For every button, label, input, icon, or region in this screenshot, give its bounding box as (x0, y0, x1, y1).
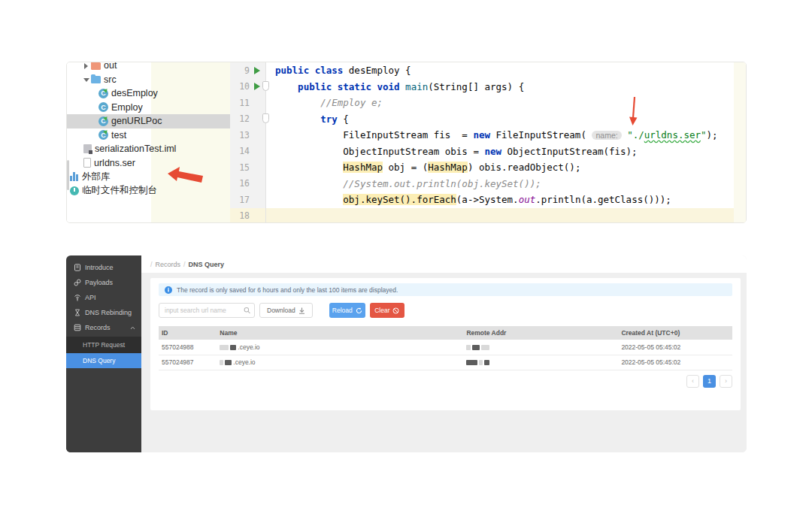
download-button[interactable]: Download (259, 303, 313, 318)
red-arrow-annotation-code (629, 95, 639, 127)
ceye-window: IntroducePayloadsAPIDNS RebindingRecords… (66, 255, 747, 452)
tree-item-genURLPoc[interactable]: CgenURLPoc (67, 114, 230, 128)
code-text: FileInputStream fis = new FileInputStrea… (266, 129, 718, 141)
gutter: 10 (230, 79, 266, 95)
code-line-13[interactable]: 13 FileInputStream fis = new FileInputSt… (230, 127, 746, 144)
line-number: 11 (230, 98, 250, 108)
controls-row: Download Reload (159, 303, 732, 318)
tree-item--[interactable]: 外部库 (67, 170, 230, 184)
api-icon (74, 294, 81, 301)
code-line-14[interactable]: 14 ObjectInputStream obis = new ObjectIn… (230, 144, 746, 160)
code-editor[interactable]: 9public class desEmploy {10 public stati… (230, 62, 746, 222)
code-line-18[interactable]: 18 (230, 208, 746, 223)
search-input[interactable] (165, 307, 244, 314)
line-number: 18 (230, 210, 250, 221)
runnable-class-icon: C (98, 130, 108, 140)
sidebar-item-api[interactable]: API (66, 290, 141, 305)
cell-created-at: 2022-05-05 05:45:02 (617, 355, 732, 370)
tree-scrollbar[interactable] (67, 160, 69, 190)
prev-page-button[interactable]: ‹ (686, 375, 699, 388)
tree-item-urldns-ser[interactable]: urldns.ser (67, 156, 230, 171)
gutter: 11 (230, 95, 266, 111)
code-text: ObjectInputStream obis = new ObjectInput… (266, 146, 638, 157)
sidebar-item-records[interactable]: Records (66, 320, 141, 335)
tree-item-label: urldns.ser (94, 158, 135, 168)
fold-marker-icon[interactable] (262, 81, 269, 91)
line-number: 14 (230, 146, 250, 156)
reload-button[interactable]: Reload (329, 303, 365, 318)
link-icon (74, 279, 81, 286)
line-number: 10 (230, 81, 250, 92)
search-box[interactable] (159, 303, 255, 318)
pagination: ‹ 1 › (159, 375, 732, 388)
tree-item-label: desEmploy (111, 88, 158, 98)
chevron-up-icon (130, 326, 135, 330)
current-page-button[interactable]: 1 (703, 375, 716, 388)
code-text: //System.out.println(obj.keySet()); (266, 178, 541, 189)
tree-item--[interactable]: 临时文件和控制台 (67, 184, 230, 198)
cell-name: .ceye.io (216, 355, 462, 370)
tree-item-src[interactable]: src (67, 73, 230, 87)
redacted-block (481, 345, 489, 350)
column-header-remote-addr: Remote Addr (462, 326, 617, 340)
breadcrumb-separator: / (183, 261, 186, 268)
code-line-9[interactable]: 9public class desEmploy { (230, 62, 746, 79)
code-line-12[interactable]: 12 try { (230, 111, 746, 128)
column-header-name: Name (216, 326, 462, 340)
tree-item-label: 外部库 (82, 171, 111, 183)
tree-item-Employ[interactable]: CEmploy (67, 101, 230, 115)
clear-icon (392, 307, 399, 314)
code-text: //Employ e; (266, 97, 383, 108)
sidebar-item-label: Records (85, 324, 111, 331)
sidebar-item-label: API (85, 294, 96, 301)
ide-window: outsrcCdesEmployCEmployCgenURLPocCtestse… (66, 62, 747, 223)
external-libraries-icon (70, 172, 79, 181)
tree-item-test[interactable]: Ctest (67, 128, 230, 143)
sidebar-item-payloads[interactable]: Payloads (66, 275, 141, 290)
redacted-block (225, 360, 232, 365)
file-icon (83, 158, 91, 168)
breadcrumb-item-dns-query[interactable]: DNS Query (189, 261, 225, 268)
tree-item-label: out (104, 62, 117, 71)
module-file-icon (83, 144, 92, 153)
line-number: 16 (230, 178, 250, 189)
sidebar-subitem-http-request[interactable]: HTTP Request (66, 337, 141, 353)
fold-marker-icon[interactable] (262, 113, 269, 123)
tree-item-desEmploy[interactable]: CdesEmploy (67, 86, 230, 101)
tree-item-out[interactable]: out (67, 62, 230, 73)
gutter: 12 (230, 111, 266, 128)
code-line-10[interactable]: 10 public static void main(String[] args… (230, 79, 746, 95)
sidebar-item-label: DNS Rebinding (85, 309, 132, 316)
line-number: 13 (230, 130, 250, 141)
sidebar-subitem-dns-query[interactable]: DNS Query (66, 353, 141, 368)
line-number: 15 (230, 162, 250, 173)
code-line-17[interactable]: 17 obj.keySet().forEach(a->System.out.pr… (230, 192, 746, 208)
gutter: 15 (230, 159, 266, 176)
code-line-11[interactable]: 11 //Employ e; (230, 95, 746, 111)
redacted-block (230, 345, 236, 350)
sidebar-item-label: Introduce (85, 264, 114, 271)
gutter: 17 (230, 192, 266, 208)
sidebar-item-introduce[interactable]: Introduce (66, 260, 141, 275)
code-line-15[interactable]: 15 HashMap obj = (HashMap) obis.readObje… (230, 159, 746, 176)
clear-button[interactable]: Clear (370, 303, 404, 318)
tree-item-label: src (104, 74, 117, 85)
breadcrumb: /Records/DNS Query (141, 255, 747, 273)
redacted-block (220, 345, 229, 350)
gutter: 9 (230, 62, 266, 79)
run-button-icon[interactable] (254, 67, 264, 74)
sidebar-item-dns-rebinding[interactable]: DNS Rebinding (66, 305, 141, 320)
tree-chevron-icon[interactable] (83, 63, 89, 68)
column-header-created-at-utc-0-: Created At (UTC+0) (617, 326, 732, 340)
cell-created-at: 2022-05-05 05:45:02 (617, 340, 732, 355)
code-line-16[interactable]: 16 //System.out.println(obj.keySet()); (230, 176, 746, 192)
tree-item-serializationTest-iml[interactable]: serializationTest.iml (67, 142, 230, 156)
gutter: 16 (230, 176, 266, 192)
table-row: 557024987.ceye.io2022-05-05 05:45:02 (159, 355, 732, 370)
cell-id: 557024987 (159, 355, 216, 370)
gutter: 14 (230, 144, 266, 160)
next-page-button[interactable]: › (720, 375, 732, 388)
tree-chevron-icon[interactable] (83, 77, 89, 82)
breadcrumb-item-records[interactable]: Records (156, 261, 181, 268)
redacted-block (220, 360, 223, 365)
